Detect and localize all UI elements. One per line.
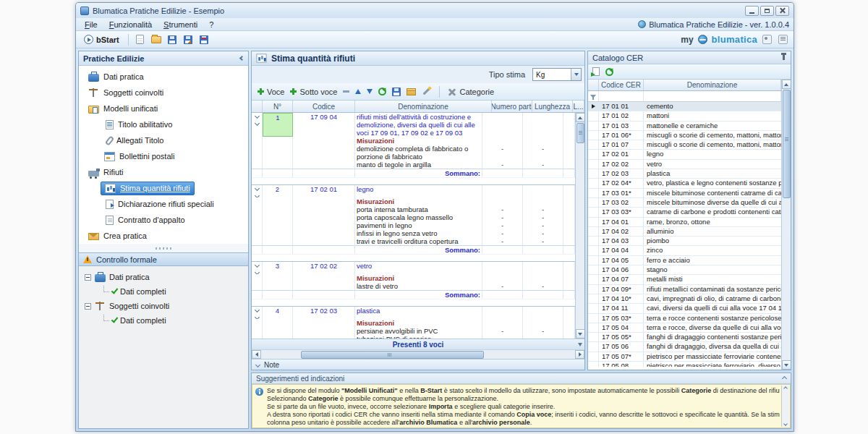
expand-icon[interactable] bbox=[252, 113, 263, 137]
scroll-up-button[interactable] bbox=[576, 113, 585, 122]
cer-filter-row[interactable] bbox=[588, 91, 781, 102]
estimate-group[interactable]: 4 17 02 03 plastica bbox=[252, 307, 575, 339]
move-up-button[interactable] bbox=[355, 89, 361, 94]
scroll-up-button[interactable] bbox=[782, 80, 791, 89]
cer-row[interactable]: 17 05 03* terra e rocce contenenti sosta… bbox=[588, 314, 781, 323]
horizontal-scrollbar[interactable] bbox=[252, 349, 584, 359]
measure-row[interactable]: persiane avvolgibili in PVC - - bbox=[252, 327, 575, 335]
expand-icon[interactable] bbox=[252, 262, 263, 274]
close-button[interactable] bbox=[775, 6, 789, 16]
suggestions-header[interactable]: Suggerimenti ed indicazioni bbox=[252, 373, 791, 384]
menu-item-help[interactable]: ? bbox=[203, 20, 219, 30]
expand-icon[interactable] bbox=[252, 185, 263, 197]
cer-row[interactable]: 17 04 01 rame, bronzo, ottone bbox=[588, 218, 781, 227]
move-down-button[interactable] bbox=[367, 89, 373, 94]
controllo-formale-header[interactable]: Controllo formale bbox=[79, 252, 248, 266]
measure-row[interactable]: lastre di vetro - - bbox=[252, 282, 575, 290]
categorie-button[interactable]: Categorie bbox=[448, 88, 494, 96]
refresh-cer-button[interactable] bbox=[605, 68, 613, 76]
nav-item[interactable]: Rifiuti bbox=[79, 164, 248, 180]
nav-item[interactable]: Stima quantità rifiuti bbox=[79, 180, 248, 196]
scrollbar-thumb[interactable] bbox=[783, 90, 791, 198]
nav-item[interactable]: Dichiarazione rifiuti speciali bbox=[79, 196, 248, 212]
cer-row[interactable]: 17 04 03 piombo bbox=[588, 237, 781, 246]
save-button[interactable] bbox=[166, 33, 179, 46]
cer-row[interactable]: 17 02 01 legno bbox=[588, 150, 781, 159]
refresh-button[interactable] bbox=[378, 88, 386, 95]
measure-row[interactable]: pavimenti in legno - - bbox=[252, 221, 575, 229]
cer-row[interactable]: 17 01 02 mattoni bbox=[588, 111, 781, 121]
scroll-right-button[interactable] bbox=[575, 350, 584, 359]
scrollbar-thumb[interactable] bbox=[301, 351, 484, 359]
sidebar-header[interactable]: Pratiche Edilizie bbox=[79, 51, 248, 66]
pin-icon[interactable] bbox=[783, 55, 785, 60]
vertical-scrollbar[interactable] bbox=[575, 113, 584, 339]
col-num[interactable]: N° bbox=[263, 101, 293, 112]
import-button[interactable] bbox=[197, 33, 210, 46]
nav-item[interactable]: Allegati Titolo bbox=[79, 132, 248, 148]
menu-item[interactable]: Strumenti bbox=[158, 20, 203, 30]
profile-button[interactable] bbox=[760, 33, 773, 46]
add-voce-button[interactable]: Voce bbox=[258, 88, 284, 96]
cer-vertical-scrollbar[interactable] bbox=[781, 80, 791, 370]
news-button[interactable] bbox=[776, 33, 789, 46]
minimize-button[interactable] bbox=[745, 6, 759, 16]
col-codice-cer[interactable]: Codice CER bbox=[599, 80, 644, 90]
cer-row[interactable]: 17 01 07 miscugli o scorie di cemento, m… bbox=[588, 140, 781, 150]
collapse-node-icon[interactable] bbox=[85, 274, 91, 281]
col-numero-parti[interactable]: Numero parti bbox=[492, 101, 532, 112]
cer-row[interactable]: 17 04 09* rifiuti metallici contaminati … bbox=[588, 285, 781, 294]
measure-row[interactable]: porta interna tamburata - - bbox=[252, 205, 575, 213]
tree-node-row[interactable]: Dati pratica bbox=[82, 270, 245, 284]
cer-row[interactable]: 17 02 04* vetro, plastica e legno conten… bbox=[588, 179, 781, 188]
add-sotto-voce-button[interactable]: Sotto voce bbox=[290, 88, 337, 96]
remove-voce-button[interactable] bbox=[343, 90, 349, 93]
chevron-up-icon[interactable] bbox=[782, 375, 787, 380]
sidebar-splitter[interactable] bbox=[79, 244, 248, 252]
cer-row-partial[interactable]: 17 05 08 pietrisco per massicciate ferro… bbox=[588, 362, 781, 367]
measure-row[interactable]: infissi in legno senza vetro - - bbox=[252, 229, 575, 237]
cer-row[interactable]: 17 04 07 metalli misti bbox=[588, 275, 781, 284]
nav-item[interactable]: Modelli unificati bbox=[79, 101, 248, 116]
collapse-sidebar-icon[interactable] bbox=[239, 56, 244, 61]
col-codice[interactable]: Codice bbox=[293, 101, 355, 112]
dropdown-button[interactable] bbox=[571, 69, 581, 80]
filter-codice-input[interactable] bbox=[599, 91, 644, 101]
title-bar[interactable]: Blumatica Pratiche Edilizie - Esempio bbox=[76, 3, 793, 18]
scroll-left-button[interactable] bbox=[252, 350, 261, 359]
cer-row[interactable]: 17 05 04 terra e rocce, diverse da quell… bbox=[588, 323, 781, 333]
measure-row[interactable]: manto di tegole in argilla - - bbox=[252, 161, 575, 169]
estimate-group[interactable]: 2 17 02 01 legno M bbox=[252, 185, 575, 262]
new-file-button[interactable] bbox=[134, 33, 147, 46]
cer-row[interactable]: 17 04 11 cavi, diversi da quelli di cui … bbox=[588, 304, 781, 313]
scrollbar-thumb[interactable] bbox=[576, 123, 584, 143]
menu-item[interactable]: File bbox=[79, 20, 103, 30]
cer-row[interactable]: 17 01 01 cemento bbox=[588, 102, 781, 111]
cer-row[interactable]: 17 04 02 alluminio bbox=[588, 227, 781, 237]
scroll-down-button[interactable] bbox=[576, 329, 585, 339]
col-lunghezza[interactable]: Lunghezza bbox=[532, 101, 573, 112]
nav-item[interactable]: Crea pratica bbox=[79, 228, 248, 244]
nav-item[interactable]: Titolo abilitativo bbox=[79, 116, 248, 132]
save-grid-button[interactable] bbox=[392, 88, 401, 96]
cer-row[interactable]: 17 03 03* catrame di carbone e prodotti … bbox=[588, 208, 781, 217]
nav-item[interactable]: Contratto d'appalto bbox=[79, 212, 248, 228]
measure-row[interactable]: porta caposcala legno massello - - bbox=[252, 213, 575, 221]
cer-row[interactable]: 17 05 07* pietrisco per massicciate ferr… bbox=[588, 352, 781, 362]
template-button[interactable] bbox=[422, 87, 431, 96]
nav-item[interactable]: Bollettini postali bbox=[79, 148, 248, 164]
cer-row[interactable]: 17 04 04 zinco bbox=[588, 246, 781, 255]
nav-item[interactable]: Dati pratica bbox=[79, 69, 248, 85]
cer-row[interactable]: 17 05 06 fanghi di dragaggio, diversa da… bbox=[588, 342, 781, 352]
estimate-group[interactable]: 3 17 02 02 vetro M bbox=[252, 262, 575, 307]
my-blumatica-logo[interactable]: my bbox=[681, 35, 693, 45]
tree-node-row[interactable]: Soggetti coinvolti bbox=[82, 299, 245, 313]
tree-leaf-row[interactable]: Dati completi bbox=[82, 313, 245, 328]
maximize-button[interactable] bbox=[760, 6, 774, 16]
collapse-node-icon[interactable] bbox=[85, 303, 91, 310]
chevron-down-icon[interactable] bbox=[578, 343, 582, 346]
archive-button[interactable] bbox=[407, 88, 416, 95]
measure-row[interactable]: travi e travicelli orditura copertura - … bbox=[252, 237, 575, 245]
bstart-button[interactable]: bStart bbox=[80, 34, 123, 45]
note-section-header[interactable]: Note bbox=[252, 359, 584, 370]
